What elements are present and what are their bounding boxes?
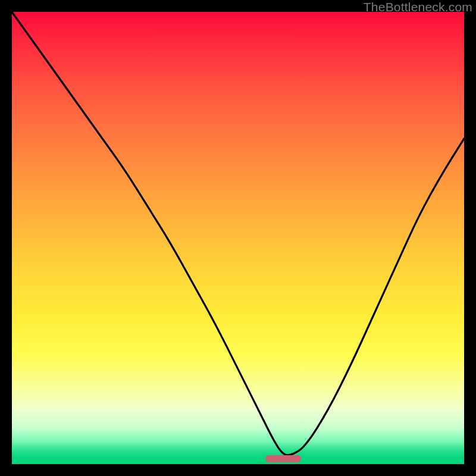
plot-area	[12, 12, 464, 464]
optimal-range-marker	[265, 455, 302, 462]
chart-frame: TheBottleneck.com	[0, 0, 476, 476]
bottleneck-curve	[12, 12, 464, 464]
